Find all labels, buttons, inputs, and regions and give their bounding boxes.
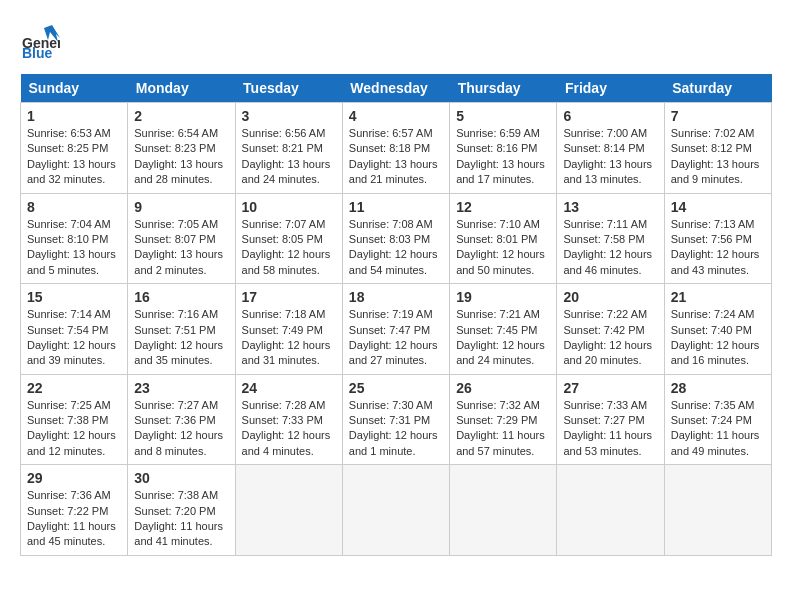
table-cell: 14 Sunrise: 7:13 AM Sunset: 7:56 PM Dayl… bbox=[664, 193, 771, 284]
svg-text:Blue: Blue bbox=[22, 45, 53, 60]
table-cell: 15 Sunrise: 7:14 AM Sunset: 7:54 PM Dayl… bbox=[21, 284, 128, 375]
table-cell: 2 Sunrise: 6:54 AM Sunset: 8:23 PM Dayli… bbox=[128, 103, 235, 194]
table-cell: 5 Sunrise: 6:59 AM Sunset: 8:16 PM Dayli… bbox=[450, 103, 557, 194]
table-cell: 20 Sunrise: 7:22 AM Sunset: 7:42 PM Dayl… bbox=[557, 284, 664, 375]
calendar-row: 29 Sunrise: 7:36 AM Sunset: 7:22 PM Dayl… bbox=[21, 465, 772, 556]
table-cell: 8 Sunrise: 7:04 AM Sunset: 8:10 PM Dayli… bbox=[21, 193, 128, 284]
table-cell: 22 Sunrise: 7:25 AM Sunset: 7:38 PM Dayl… bbox=[21, 374, 128, 465]
calendar-table: Sunday Monday Tuesday Wednesday Thursday… bbox=[20, 74, 772, 556]
table-cell: 6 Sunrise: 7:00 AM Sunset: 8:14 PM Dayli… bbox=[557, 103, 664, 194]
table-cell: 29 Sunrise: 7:36 AM Sunset: 7:22 PM Dayl… bbox=[21, 465, 128, 556]
col-wednesday: Wednesday bbox=[342, 74, 449, 103]
col-monday: Monday bbox=[128, 74, 235, 103]
table-cell: 7 Sunrise: 7:02 AM Sunset: 8:12 PM Dayli… bbox=[664, 103, 771, 194]
table-cell: 16 Sunrise: 7:16 AM Sunset: 7:51 PM Dayl… bbox=[128, 284, 235, 375]
table-cell: 10 Sunrise: 7:07 AM Sunset: 8:05 PM Dayl… bbox=[235, 193, 342, 284]
calendar-row: 1 Sunrise: 6:53 AM Sunset: 8:25 PM Dayli… bbox=[21, 103, 772, 194]
table-cell bbox=[235, 465, 342, 556]
calendar-row: 8 Sunrise: 7:04 AM Sunset: 8:10 PM Dayli… bbox=[21, 193, 772, 284]
calendar-row: 22 Sunrise: 7:25 AM Sunset: 7:38 PM Dayl… bbox=[21, 374, 772, 465]
table-cell bbox=[664, 465, 771, 556]
table-cell: 17 Sunrise: 7:18 AM Sunset: 7:49 PM Dayl… bbox=[235, 284, 342, 375]
table-cell: 25 Sunrise: 7:30 AM Sunset: 7:31 PM Dayl… bbox=[342, 374, 449, 465]
logo-icon: General Blue bbox=[20, 20, 60, 64]
table-cell: 11 Sunrise: 7:08 AM Sunset: 8:03 PM Dayl… bbox=[342, 193, 449, 284]
col-sunday: Sunday bbox=[21, 74, 128, 103]
table-cell bbox=[557, 465, 664, 556]
table-cell: 9 Sunrise: 7:05 AM Sunset: 8:07 PM Dayli… bbox=[128, 193, 235, 284]
table-cell: 12 Sunrise: 7:10 AM Sunset: 8:01 PM Dayl… bbox=[450, 193, 557, 284]
page-header: General Blue bbox=[20, 20, 772, 64]
table-cell: 28 Sunrise: 7:35 AM Sunset: 7:24 PM Dayl… bbox=[664, 374, 771, 465]
calendar-row: 15 Sunrise: 7:14 AM Sunset: 7:54 PM Dayl… bbox=[21, 284, 772, 375]
table-cell: 1 Sunrise: 6:53 AM Sunset: 8:25 PM Dayli… bbox=[21, 103, 128, 194]
header-row: Sunday Monday Tuesday Wednesday Thursday… bbox=[21, 74, 772, 103]
col-thursday: Thursday bbox=[450, 74, 557, 103]
col-saturday: Saturday bbox=[664, 74, 771, 103]
table-cell: 30 Sunrise: 7:38 AM Sunset: 7:20 PM Dayl… bbox=[128, 465, 235, 556]
table-cell: 21 Sunrise: 7:24 AM Sunset: 7:40 PM Dayl… bbox=[664, 284, 771, 375]
table-cell: 3 Sunrise: 6:56 AM Sunset: 8:21 PM Dayli… bbox=[235, 103, 342, 194]
table-cell: 27 Sunrise: 7:33 AM Sunset: 7:27 PM Dayl… bbox=[557, 374, 664, 465]
table-cell: 4 Sunrise: 6:57 AM Sunset: 8:18 PM Dayli… bbox=[342, 103, 449, 194]
table-cell bbox=[342, 465, 449, 556]
col-friday: Friday bbox=[557, 74, 664, 103]
table-cell bbox=[450, 465, 557, 556]
table-cell: 23 Sunrise: 7:27 AM Sunset: 7:36 PM Dayl… bbox=[128, 374, 235, 465]
table-cell: 13 Sunrise: 7:11 AM Sunset: 7:58 PM Dayl… bbox=[557, 193, 664, 284]
col-tuesday: Tuesday bbox=[235, 74, 342, 103]
table-cell: 19 Sunrise: 7:21 AM Sunset: 7:45 PM Dayl… bbox=[450, 284, 557, 375]
logo: General Blue bbox=[20, 20, 60, 64]
table-cell: 24 Sunrise: 7:28 AM Sunset: 7:33 PM Dayl… bbox=[235, 374, 342, 465]
table-cell: 18 Sunrise: 7:19 AM Sunset: 7:47 PM Dayl… bbox=[342, 284, 449, 375]
table-cell: 26 Sunrise: 7:32 AM Sunset: 7:29 PM Dayl… bbox=[450, 374, 557, 465]
